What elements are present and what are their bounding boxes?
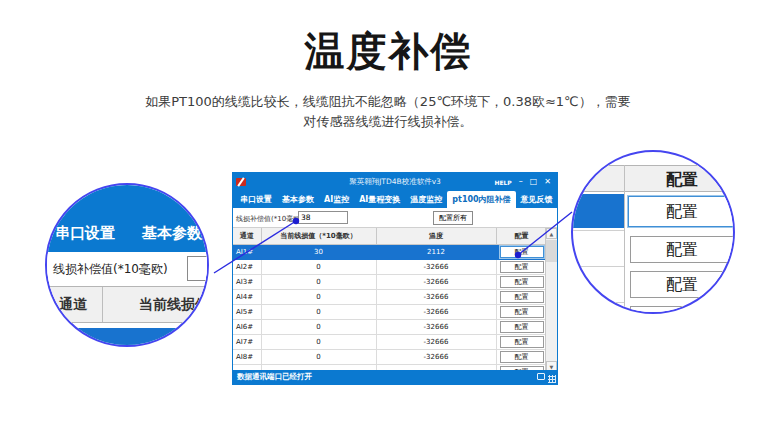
vertical-scrollbar[interactable]: ▲ ▼ (545, 228, 557, 372)
cell-lineloss: 0 (261, 289, 376, 304)
callout-table-header: 通道 当前线损值 (47, 286, 207, 323)
maximize-icon[interactable]: □ (530, 178, 538, 186)
row-divider (573, 266, 624, 267)
status-icon (537, 373, 545, 380)
callout-configure-button: 配置 (630, 236, 734, 263)
cell-temperature: -32666 (376, 334, 496, 349)
cell-temperature: -32666 (376, 289, 496, 304)
table-row[interactable]: AI6# 0 -32666 配置 (233, 319, 547, 334)
cell-lineloss: 0 (261, 274, 376, 289)
scroll-up-icon[interactable]: ▲ (546, 228, 557, 239)
table-row[interactable]: AI1# 30 2112 配置 (233, 244, 547, 259)
cell-lineloss: 30 (261, 244, 376, 259)
compensation-label: 线损补偿值(*10毫欧) (236, 214, 303, 224)
callout-field-label: 线损补偿值(*10毫欧) (53, 261, 168, 278)
callout-field-value: 38 (207, 261, 209, 276)
cell-lineloss: 0 (261, 334, 376, 349)
callout-selected-cell (573, 194, 624, 228)
scrollbar-thumb[interactable] (546, 240, 557, 262)
tab-ai-range[interactable]: AI量程变换 (354, 191, 405, 208)
tab-pt100-compensation[interactable]: pt100内阻补偿 (447, 191, 515, 208)
callout-tab-basic: 基本参数 (142, 224, 202, 243)
page: 温度补偿 如果PT100的线缆比较长，线缆阻抗不能忽略（25℃环境下，0.38欧… (0, 0, 777, 426)
channel-table: 通道 当前线损值（*10毫欧） 温度 配置 AI1# 30 2112 配置 AI… (233, 228, 557, 372)
cell-channel: AI1# (233, 244, 261, 259)
table-header-row: 通道 当前线损值（*10毫欧） 温度 配置 (233, 228, 547, 244)
tab-ai-monitor[interactable]: AI监控 (319, 191, 354, 208)
cell-channel: AI4# (233, 289, 261, 304)
table-row[interactable]: AI5# 0 -32666 配置 (233, 304, 547, 319)
configure-button[interactable]: 配置 (500, 336, 544, 348)
cell-temperature: -32666 (376, 319, 496, 334)
table-row[interactable]: AI4# 0 -32666 配置 (233, 289, 547, 304)
cell-temperature: -32666 (376, 304, 496, 319)
row-divider (573, 302, 624, 303)
help-button[interactable]: HELP (494, 179, 511, 186)
column-divider (102, 287, 103, 322)
callout-field-row: 线损补偿值(*10毫欧) 38 (47, 252, 207, 286)
cell-channel: AI5# (233, 304, 261, 319)
configure-button[interactable]: 配置 (500, 306, 544, 318)
table-row[interactable]: AI3# 0 -32666 配置 (233, 274, 547, 289)
callout-col-lineloss: 当前线损值 (139, 296, 209, 314)
configure-button[interactable]: 配置 (500, 351, 544, 363)
configure-button[interactable]: 配置 (500, 276, 544, 288)
compensation-toolbar: 线损补偿值(*10毫欧) 配置所有 (233, 208, 557, 228)
cell-lineloss: 0 (261, 349, 376, 364)
configure-all-button[interactable]: 配置所有 (433, 211, 473, 225)
description-line-2: 对传感器线缆进行线损补偿。 (304, 114, 473, 129)
tab-bar: 串口设置 基本参数 AI监控 AI量程变换 温度监控 pt100内阻补偿 意见反… (233, 191, 557, 208)
callout-tab-serial: 串口设置 (55, 224, 115, 243)
configure-button[interactable]: 配置 (500, 321, 544, 333)
col-header-channel: 通道 (233, 228, 261, 244)
tab-feedback[interactable]: 意见反馈 (516, 191, 558, 208)
callout-configure-header-band: 配置 (573, 165, 733, 192)
cell-lineloss: 0 (261, 304, 376, 319)
callout-configure-button: 配置 (628, 196, 735, 227)
col-header-lineloss: 当前线损值（*10毫欧） (261, 228, 376, 244)
cell-temperature: -32666 (376, 349, 496, 364)
page-title: 温度补偿 (0, 24, 777, 79)
right-zoom-callout: 配置 配置 配置 配置 配置 (571, 150, 735, 314)
status-bar: 数据通讯端口已经打开 (233, 370, 557, 384)
compensation-input[interactable] (298, 211, 348, 224)
table-row[interactable]: AI8# 0 -32666 配置 (233, 349, 547, 364)
callout-configure-header: 配置 (627, 170, 735, 191)
cell-channel: AI8# (233, 349, 261, 364)
cell-temperature: 2112 (376, 244, 496, 259)
cell-channel: AI2# (233, 259, 261, 274)
left-zoom-callout: 串口设置 基本参数 线损补偿值(*10毫欧) 38 通道 当前线损值 (45, 183, 209, 347)
configure-button[interactable]: 配置 (500, 246, 544, 258)
callout-selected-row (47, 328, 207, 347)
minimize-icon[interactable]: – (519, 178, 523, 186)
table-row[interactable]: AI2# 0 -32666 配置 (233, 259, 547, 274)
cell-lineloss: 0 (261, 259, 376, 274)
window-titlebar[interactable]: 聚英翱翔JTD4B校准软件v3 HELP – □ ✕ (233, 173, 557, 191)
resize-grip[interactable] (548, 375, 556, 383)
configure-button[interactable]: 配置 (500, 261, 544, 273)
col-header-temperature: 温度 (376, 228, 496, 244)
callout-configure-button: 配置 (630, 271, 734, 298)
table-row[interactable]: AI7# 0 -32666 配置 (233, 334, 547, 349)
status-text: 数据通讯端口已经打开 (237, 372, 312, 381)
callout-col-channel: 通道 (59, 296, 87, 314)
row-divider (573, 230, 624, 231)
app-window: 聚英翱翔JTD4B校准软件v3 HELP – □ ✕ 串口设置 基本参数 AI监… (232, 172, 558, 385)
col-header-configure: 配置 (496, 228, 547, 244)
cell-temperature: -32666 (376, 259, 496, 274)
description-line-1: 如果PT100的线缆比较长，线缆阻抗不能忽略（25℃环境下，0.38欧≈1℃），… (145, 94, 630, 109)
callout-tab-bar: 串口设置 基本参数 (47, 185, 207, 252)
close-icon[interactable]: ✕ (544, 178, 551, 186)
column-divider (624, 165, 625, 314)
cell-channel: AI6# (233, 319, 261, 334)
page-description: 如果PT100的线缆比较长，线缆阻抗不能忽略（25℃环境下，0.38欧≈1℃），… (58, 92, 718, 132)
tab-basic-params[interactable]: 基本参数 (277, 191, 319, 208)
cell-channel: AI7# (233, 334, 261, 349)
callout-configure-button: 配置 (630, 306, 734, 314)
cell-lineloss: 0 (261, 319, 376, 334)
tab-serial-settings[interactable]: 串口设置 (235, 191, 277, 208)
cell-channel: AI3# (233, 274, 261, 289)
configure-button[interactable]: 配置 (500, 291, 544, 303)
tab-temp-monitor[interactable]: 温度监控 (405, 191, 447, 208)
cell-temperature: -32666 (376, 274, 496, 289)
